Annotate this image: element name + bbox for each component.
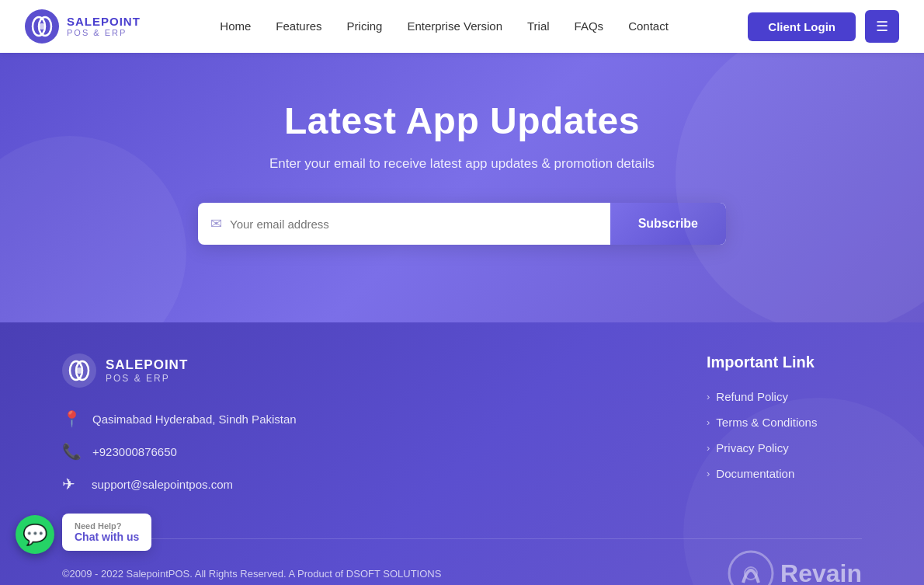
footer-right: Important Link › Refund Policy › Terms &… (707, 353, 862, 507)
footer-logo-top: SALEPOINT (106, 357, 188, 373)
hero-section: Latest App Updates Enter your email to r… (0, 53, 924, 322)
send-icon: ✈ (62, 475, 81, 493)
hamburger-button[interactable]: ☰ (865, 10, 899, 43)
nav-contact[interactable]: Contact (628, 19, 669, 33)
revain-text: Revain (780, 559, 862, 586)
logo: SALEPOINT POS & ERP (25, 9, 141, 44)
logo-text: SALEPOINT POS & ERP (67, 16, 141, 38)
footer-logo-icon (62, 353, 96, 388)
nav-home[interactable]: Home (220, 19, 251, 33)
navbar-right: Client Login ☰ (748, 10, 899, 43)
nav-trial[interactable]: Trial (527, 19, 550, 33)
email-input-wrapper: ✉ (198, 203, 610, 245)
revain-area: Revain (728, 550, 862, 585)
whatsapp-icon: 💬 (23, 523, 47, 547)
footer-link-privacy-anchor[interactable]: Privacy Policy (716, 441, 788, 454)
revain-icon (728, 550, 774, 585)
nav-features[interactable]: Features (276, 19, 321, 33)
footer-logo-text: SALEPOINT POS & ERP (106, 357, 188, 384)
footer-section-title: Important Link (707, 353, 862, 371)
subscribe-button[interactable]: Subscribe (610, 203, 726, 245)
copyright-text: ©2009 - 2022 SalepointPOS. All Rights Re… (62, 568, 441, 580)
footer-bottom: ©2009 - 2022 SalepointPOS. All Rights Re… (62, 538, 862, 585)
footer-link-terms-anchor[interactable]: Terms & Conditions (716, 416, 817, 429)
nav-faqs-link[interactable]: FAQs (575, 19, 604, 33)
footer-link-docs-anchor[interactable]: Documentation (716, 467, 794, 480)
nav-pricing-link[interactable]: Pricing (347, 19, 383, 33)
nav-enterprise-link[interactable]: Enterprise Version (407, 19, 502, 33)
svg-point-3 (39, 23, 45, 30)
chevron-right-icon-2: › (707, 442, 710, 454)
nav-faqs[interactable]: FAQs (575, 19, 604, 33)
logo-top: SALEPOINT (67, 16, 141, 29)
chevron-right-icon-1: › (707, 416, 710, 428)
nav-trial-link[interactable]: Trial (527, 19, 550, 33)
nav-features-link[interactable]: Features (276, 19, 321, 33)
nav-enterprise[interactable]: Enterprise Version (407, 19, 502, 33)
client-login-button[interactable]: Client Login (748, 12, 856, 41)
footer-address: 📍 Qasimabad Hyderabad, Sindh Pakistan (62, 409, 297, 428)
logo-icon (25, 9, 59, 44)
nav-links: Home Features Pricing Enterprise Version… (220, 19, 668, 33)
footer-logo-bottom: POS & ERP (106, 373, 188, 384)
hero-title: Latest App Updates (16, 99, 908, 142)
chat-bubble[interactable]: 💬 (16, 515, 54, 554)
phone-icon: 📞 (62, 442, 82, 461)
footer-logo: SALEPOINT POS & ERP (62, 353, 297, 388)
hero-subtitle: Enter your email to receive latest app u… (16, 156, 908, 172)
footer-top: SALEPOINT POS & ERP 📍 Qasimabad Hyderaba… (62, 353, 862, 538)
footer-link-refund[interactable]: › Refund Policy (707, 390, 862, 403)
logo-bottom: POS & ERP (67, 28, 141, 37)
chevron-right-icon-0: › (707, 391, 710, 402)
chat-tooltip-need: Need Help? (75, 521, 139, 531)
chevron-right-icon-3: › (707, 468, 710, 479)
footer-phone: 📞 +923000876650 (62, 442, 297, 461)
email-input[interactable] (230, 204, 598, 245)
chat-tooltip-text: Chat with us (75, 531, 139, 543)
email-text: support@salepointpos.com (92, 478, 233, 491)
footer-links-list: › Refund Policy › Terms & Conditions › P… (707, 390, 862, 480)
navbar: SALEPOINT POS & ERP Home Features Pricin… (0, 0, 924, 53)
nav-home-link[interactable]: Home (220, 19, 251, 33)
phone-text: +923000876650 (92, 445, 177, 458)
location-icon: 📍 (62, 409, 82, 428)
svg-point-7 (76, 367, 82, 374)
chat-tooltip: Need Help? Chat with us (62, 514, 151, 551)
footer-link-terms[interactable]: › Terms & Conditions (707, 416, 862, 429)
footer-link-refund-anchor[interactable]: Refund Policy (716, 390, 788, 403)
email-form: ✉ Subscribe (198, 203, 726, 245)
chat-with: with us (102, 531, 139, 543)
nav-pricing[interactable]: Pricing (347, 19, 383, 33)
footer-link-privacy[interactable]: › Privacy Policy (707, 441, 862, 454)
address-text: Qasimabad Hyderabad, Sindh Pakistan (92, 413, 297, 426)
email-icon: ✉ (210, 215, 222, 232)
footer-email: ✈ support@salepointpos.com (62, 475, 297, 493)
chat-label: Chat (75, 531, 99, 543)
nav-contact-link[interactable]: Contact (628, 19, 669, 33)
footer-link-docs[interactable]: › Documentation (707, 467, 862, 480)
footer-left: SALEPOINT POS & ERP 📍 Qasimabad Hyderaba… (62, 353, 297, 507)
